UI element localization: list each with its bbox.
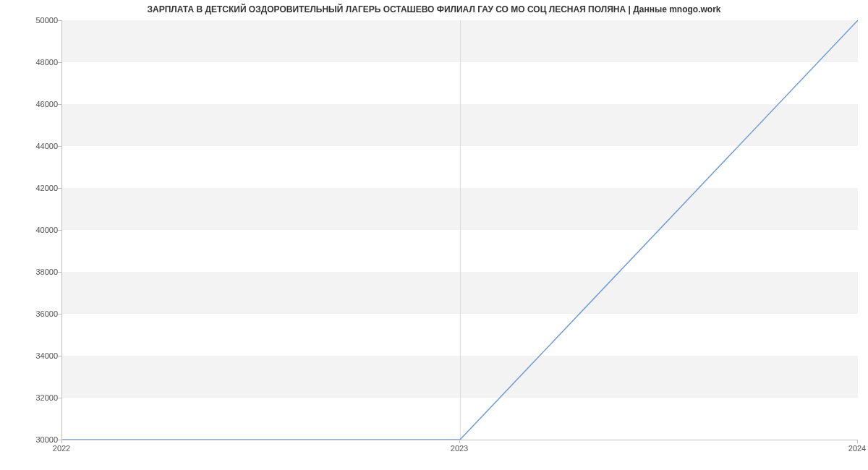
y-tick-label: 38000: [7, 268, 58, 276]
y-tick-label: 48000: [7, 58, 58, 67]
chart-container: ЗАРПЛАТА В ДЕТСКИЙ ОЗДОРОВИТЕЛЬНЫЙ ЛАГЕР…: [0, 0, 868, 470]
y-tick-label: 42000: [7, 184, 58, 192]
chart-title: ЗАРПЛАТА В ДЕТСКИЙ ОЗДОРОВИТЕЛЬНЫЙ ЛАГЕР…: [0, 4, 868, 14]
line-series: [62, 20, 858, 440]
x-tick-label: 2023: [451, 444, 468, 453]
x-tick-label: 2024: [848, 444, 866, 453]
y-tick-label: 50000: [7, 16, 58, 25]
y-tick-label: 44000: [7, 142, 58, 150]
y-tick-label: 36000: [7, 309, 58, 318]
y-tick-label: 34000: [7, 351, 58, 360]
y-tick-label: 40000: [7, 226, 58, 234]
y-tick-label: 32000: [7, 393, 58, 402]
y-tick-label: 46000: [7, 100, 58, 108]
x-tick-label: 2022: [53, 444, 70, 453]
plot-area: [61, 20, 858, 440]
y-tick-label: 30000: [7, 435, 58, 444]
